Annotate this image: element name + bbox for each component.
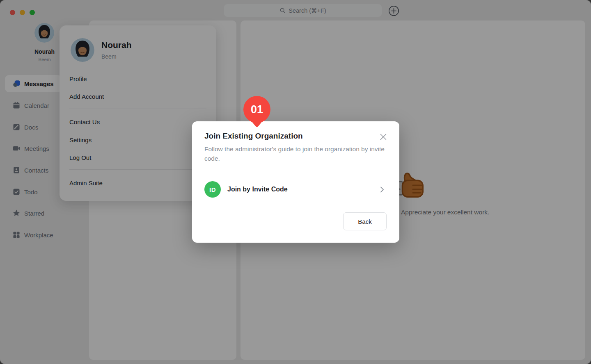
chevron-right-icon	[378, 186, 385, 193]
close-icon	[380, 134, 387, 140]
step-marker-pin: 01	[243, 96, 271, 127]
modal-close-button[interactable]	[379, 133, 387, 141]
id-badge-icon: ID	[204, 181, 221, 198]
back-button[interactable]: Back	[343, 212, 387, 230]
step-marker-label: 01	[243, 96, 271, 123]
invite-option-label: Join by Invite Code	[227, 186, 288, 193]
screen: Search (⌘+F) Appreciate your excellent w…	[0, 0, 591, 364]
join-organization-modal: Join Existing Organization Follow the ad…	[192, 121, 399, 243]
modal-description: Follow the administrator's guide to join…	[204, 144, 387, 163]
modal-title: Join Existing Organization	[204, 132, 303, 141]
join-by-invite-code-option[interactable]: ID Join by Invite Code	[201, 179, 390, 200]
